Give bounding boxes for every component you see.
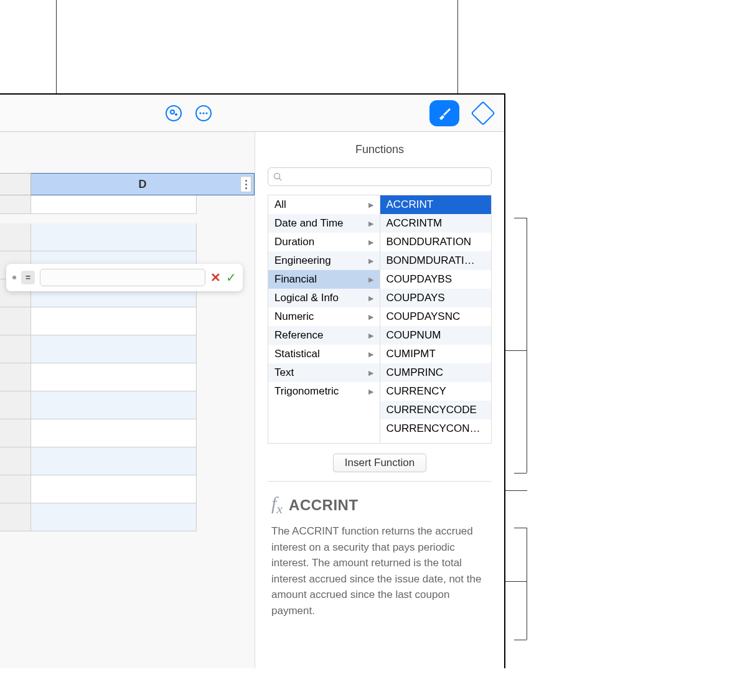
column-header-row: D: [0, 173, 255, 195]
function-item[interactable]: BONDDURATION: [380, 233, 492, 251]
table-row[interactable]: [0, 391, 197, 419]
confirm-formula-button[interactable]: ✓: [226, 270, 237, 285]
category-item[interactable]: Logical & Info▶: [268, 289, 380, 307]
cancel-formula-button[interactable]: ✕: [210, 270, 221, 285]
formula-input[interactable]: [40, 269, 205, 286]
svg-point-0: [171, 110, 174, 114]
function-item[interactable]: CUMIPMT: [380, 345, 492, 363]
more-button[interactable]: [194, 104, 213, 123]
chevron-right-icon: ▶: [368, 276, 373, 284]
chevron-right-icon: ▶: [368, 238, 373, 246]
category-label: Statistical: [274, 348, 320, 360]
table-row[interactable]: [0, 223, 197, 251]
column-header-D[interactable]: D: [31, 173, 255, 195]
table-row[interactable]: [0, 363, 197, 391]
callout-leader: [527, 218, 527, 473]
table-row[interactable]: [0, 447, 197, 475]
diamond-icon: [471, 101, 495, 126]
chevron-right-icon: ▶: [368, 350, 373, 358]
function-item[interactable]: COUPNUM: [380, 326, 492, 345]
column-menu-button[interactable]: [240, 176, 251, 192]
collaborate-icon: [166, 105, 182, 121]
spreadsheet-area[interactable]: D: [0, 132, 255, 668]
category-label: Text: [274, 366, 294, 379]
callout-leader: [514, 640, 527, 640]
category-item[interactable]: Engineering▶: [268, 251, 380, 270]
table-row[interactable]: [0, 195, 197, 223]
category-label: Date and Time: [274, 217, 344, 230]
chevron-right-icon: ▶: [368, 388, 373, 396]
function-item[interactable]: ACCRINTM: [380, 214, 492, 233]
chevron-right-icon: ▶: [368, 294, 373, 302]
category-item[interactable]: Statistical▶: [268, 345, 380, 363]
chevron-right-icon: ▶: [368, 332, 373, 340]
table-rows: [0, 195, 197, 531]
callout-leader: [505, 581, 527, 582]
chevron-right-icon: ▶: [368, 201, 373, 209]
category-list[interactable]: All▶Date and Time▶Duration▶Engineering▶F…: [268, 195, 380, 443]
category-label: All: [274, 198, 286, 211]
function-item[interactable]: CURRENCYCODE: [380, 401, 492, 419]
category-label: Financial: [274, 273, 317, 286]
category-item[interactable]: Financial▶: [268, 270, 380, 289]
column-label: D: [139, 178, 147, 191]
insert-shape-button[interactable]: [471, 104, 495, 123]
svg-point-4: [274, 174, 280, 179]
category-label: Duration: [274, 236, 314, 248]
fx-icon: fx: [271, 493, 283, 517]
callout-leader: [505, 490, 527, 491]
description-title: ACCRINT: [289, 497, 359, 514]
table-row[interactable]: [0, 307, 197, 335]
function-item[interactable]: COUPDAYSNC: [380, 307, 492, 326]
category-item[interactable]: Reference▶: [268, 326, 380, 345]
function-item[interactable]: CUMPRINC: [380, 363, 492, 382]
callout-leader: [457, 0, 458, 100]
paintbrush-icon: [437, 106, 452, 121]
category-item[interactable]: Duration▶: [268, 233, 380, 251]
table-row[interactable]: [0, 419, 197, 447]
function-item[interactable]: CURRENCYCON…: [380, 419, 492, 438]
svg-point-2: [202, 112, 204, 114]
format-button[interactable]: [429, 100, 459, 126]
formula-editor: = ✕ ✓: [6, 264, 243, 291]
insert-function-button[interactable]: Insert Function: [333, 454, 426, 472]
category-item[interactable]: Numeric▶: [268, 307, 380, 326]
category-item[interactable]: Text▶: [268, 363, 380, 382]
toolbar: [0, 95, 504, 132]
svg-line-5: [279, 179, 282, 181]
svg-point-3: [205, 112, 207, 114]
table-row[interactable]: [0, 503, 197, 531]
category-item[interactable]: Trigonometric▶: [268, 382, 380, 401]
function-item[interactable]: COUPDAYBS: [380, 270, 492, 289]
function-search[interactable]: [268, 167, 492, 186]
category-label: Reference: [274, 329, 323, 342]
app-window: D: [0, 93, 505, 668]
panel-title: Functions: [268, 139, 492, 167]
callout-leader: [514, 473, 527, 474]
category-label: Numeric: [274, 310, 314, 323]
function-browser: All▶Date and Time▶Duration▶Engineering▶F…: [268, 195, 492, 444]
collaborate-button[interactable]: [164, 104, 183, 123]
drag-handle-icon[interactable]: [12, 276, 16, 279]
functions-panel: Functions All▶Date and Time▶Duration▶Eng…: [255, 132, 504, 668]
search-input[interactable]: [286, 172, 486, 182]
callout-leader: [514, 218, 527, 218]
table-row[interactable]: [0, 475, 197, 503]
function-list[interactable]: ACCRINTACCRINTMBONDDURATIONBONDMDURATI…C…: [380, 195, 492, 443]
function-item[interactable]: BONDMDURATI…: [380, 251, 492, 270]
function-item[interactable]: CURRENCY: [380, 382, 492, 401]
description-text: The ACCRINT function returns the accrued…: [271, 523, 488, 618]
search-icon: [273, 172, 282, 181]
category-label: Engineering: [274, 254, 331, 267]
callout-leader: [514, 528, 527, 528]
more-icon: [195, 105, 212, 121]
chevron-right-icon: ▶: [368, 257, 373, 265]
function-item[interactable]: COUPDAYS: [380, 289, 492, 307]
chevron-right-icon: ▶: [368, 369, 373, 377]
category-item[interactable]: Date and Time▶: [268, 214, 380, 233]
function-item[interactable]: ACCRINT: [380, 195, 492, 214]
table-row[interactable]: [0, 335, 197, 363]
function-description: fx ACCRINT The ACCRINT function returns …: [268, 482, 492, 618]
category-item[interactable]: All▶: [268, 195, 380, 214]
svg-point-1: [199, 112, 201, 114]
